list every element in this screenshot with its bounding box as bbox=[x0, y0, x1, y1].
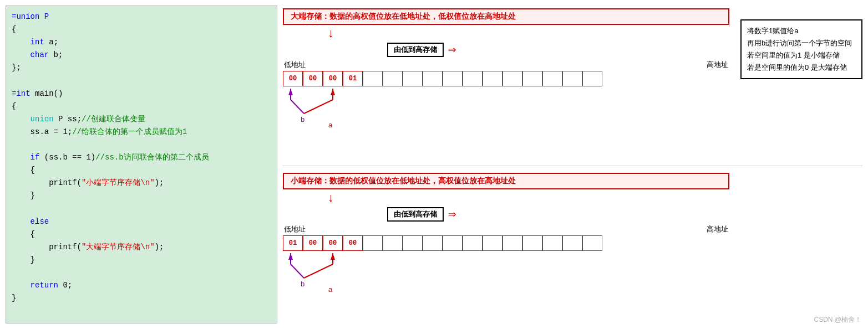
big-cell-11 bbox=[502, 71, 522, 86]
marker-1: =union P bbox=[12, 12, 49, 21]
code-line-8: { bbox=[12, 100, 271, 113]
small-cell-8 bbox=[443, 235, 463, 251]
small-cell-13 bbox=[542, 235, 562, 251]
note-box: 将数字1赋值给a 再用b进行访问第一个字节的空间 若空间里的值为1 是小端存储 … bbox=[740, 19, 862, 79]
small-endian-b-label: b bbox=[301, 280, 304, 288]
code-line-5: }; bbox=[12, 61, 271, 74]
big-cell-13 bbox=[542, 71, 562, 86]
small-cell-15 bbox=[582, 235, 602, 251]
svg-marker-4 bbox=[288, 89, 293, 95]
big-endian-direction-box: 由低到高存储 bbox=[387, 43, 444, 57]
big-endian-direction-area: 由低到高存储 ⇒ bbox=[283, 42, 729, 58]
code-line-3: int a; bbox=[12, 36, 271, 49]
big-cell-8 bbox=[443, 71, 463, 86]
big-endian-address-row: 低地址 高地址 bbox=[283, 60, 729, 70]
code-line-6 bbox=[12, 74, 271, 87]
code-line-9: union P ss;//创建联合体变量 bbox=[12, 113, 271, 126]
note-line-1: 将数字1赋值给a bbox=[747, 25, 856, 37]
big-cell-6 bbox=[403, 71, 423, 86]
code-line-4: char b; bbox=[12, 49, 271, 61]
big-cell-10 bbox=[483, 71, 502, 86]
note-line-3: 若空间里的值为1 是小端存储 bbox=[747, 49, 856, 61]
code-line-18: { bbox=[12, 228, 271, 241]
big-cell-5 bbox=[383, 71, 403, 86]
small-endian-address-row: 低地址 高地址 bbox=[283, 224, 729, 234]
small-cell-3: 00 bbox=[343, 235, 363, 251]
code-line-15: } bbox=[12, 189, 271, 202]
small-endian-pointer-area: b a bbox=[283, 253, 729, 292]
big-endian-a-label: a bbox=[328, 121, 332, 129]
code-line-10: ss.a = 1;//给联合体的第一个成员赋值为1 bbox=[12, 126, 271, 138]
code-line-21 bbox=[12, 266, 271, 279]
svg-marker-5 bbox=[331, 89, 335, 95]
watermark: CSDN @楠舍！ bbox=[814, 315, 861, 325]
big-cell-0: 00 bbox=[283, 71, 303, 86]
svg-line-7 bbox=[291, 264, 304, 278]
big-cell-15 bbox=[582, 71, 602, 86]
code-line-23: } bbox=[12, 292, 271, 305]
small-endian-memory-row: 01000000 bbox=[283, 235, 729, 251]
small-cell-14 bbox=[562, 235, 582, 251]
big-cell-12 bbox=[522, 71, 542, 86]
code-line-20: } bbox=[12, 254, 271, 266]
big-cell-7 bbox=[423, 71, 443, 86]
small-endian-down-arrow: ↓ bbox=[327, 193, 729, 205]
small-cell-6 bbox=[403, 235, 423, 251]
code-line-1: =union P bbox=[12, 11, 271, 23]
big-endian-memory-row: 00000001 bbox=[283, 71, 729, 86]
small-cell-4 bbox=[363, 235, 383, 251]
diagrams-panel: 将数字1赋值给a 再用b进行访问第一个字节的空间 若空间里的值为1 是小端存储 … bbox=[283, 6, 862, 323]
divider bbox=[283, 166, 862, 166]
big-endian-down-arrow: ↓ bbox=[327, 28, 729, 40]
small-cell-11 bbox=[502, 235, 522, 251]
code-line-2: { bbox=[12, 23, 271, 36]
main-container: =union P { int a; char b; }; =int main()… bbox=[0, 0, 868, 329]
small-endian-high-addr: 高地址 bbox=[707, 224, 728, 234]
big-cell-1: 00 bbox=[303, 71, 323, 86]
svg-line-1 bbox=[291, 100, 304, 114]
code-line-11 bbox=[12, 138, 271, 151]
big-cell-9 bbox=[463, 71, 483, 86]
big-endian-arrow-right: ⇒ bbox=[448, 42, 456, 58]
note-line-4: 若是空间里的值为0 是大端存储 bbox=[747, 61, 856, 74]
svg-marker-11 bbox=[331, 253, 335, 260]
big-cell-4 bbox=[363, 71, 383, 86]
small-cell-2: 00 bbox=[323, 235, 343, 251]
big-endian-low-addr: 低地址 bbox=[284, 60, 306, 70]
note-line-2: 再用b进行访问第一个字节的空间 bbox=[747, 37, 856, 49]
small-cell-12 bbox=[522, 235, 542, 251]
code-line-17: else bbox=[12, 215, 271, 228]
code-line-12: if (ss.b == 1)//ss.b访问联合体的第二个成员 bbox=[12, 151, 271, 164]
small-endian-section: 小端存储：数据的低权值位放在低地址处，高权值位放在高地址处 ↓ 由低到高存储 ⇒… bbox=[283, 173, 862, 323]
small-cell-1: 00 bbox=[303, 235, 323, 251]
code-line-13: { bbox=[12, 164, 271, 177]
small-endian-direction-box: 由低到高存储 bbox=[387, 207, 444, 222]
small-endian-a-label: a bbox=[328, 285, 332, 294]
code-panel: =union P { int a; char b; }; =int main()… bbox=[6, 6, 277, 323]
big-cell-3: 01 bbox=[343, 71, 363, 86]
small-endian-diagram: 小端存储：数据的低权值位放在低地址处，高权值位放在高地址处 ↓ 由低到高存储 ⇒… bbox=[283, 173, 729, 292]
small-cell-0: 01 bbox=[283, 235, 303, 251]
small-endian-direction-area: 由低到高存储 ⇒ bbox=[283, 206, 729, 222]
code-line-7: =int main() bbox=[12, 88, 271, 100]
small-endian-banner: 小端存储：数据的低权值位放在低地址处，高权值位放在高地址处 bbox=[283, 173, 729, 189]
code-line-16 bbox=[12, 202, 271, 215]
big-endian-arrows-svg bbox=[283, 89, 394, 127]
big-endian-banner: 大端存储：数据的高权值位放在低地址处，低权值位放在高地址处 bbox=[283, 8, 729, 25]
big-endian-pointer-area: b a bbox=[283, 89, 729, 127]
code-line-14: printf("小端字节序存储\n"); bbox=[12, 177, 271, 189]
small-cell-9 bbox=[463, 235, 483, 251]
small-cell-10 bbox=[483, 235, 502, 251]
big-cell-2: 00 bbox=[323, 71, 343, 86]
big-endian-diagram: 大端存储：数据的高权值位放在低地址处，低权值位放在高地址处 ↓ 由低到高存储 ⇒… bbox=[283, 8, 729, 127]
svg-line-3 bbox=[304, 100, 333, 114]
small-cell-5 bbox=[383, 235, 403, 251]
svg-marker-10 bbox=[288, 253, 293, 260]
big-endian-b-label: b bbox=[301, 115, 304, 124]
svg-line-9 bbox=[304, 264, 333, 278]
small-endian-arrows-svg bbox=[283, 253, 394, 292]
code-line-22: return 0; bbox=[12, 279, 271, 292]
small-endian-low-addr: 低地址 bbox=[284, 224, 306, 234]
big-endian-high-addr: 高地址 bbox=[707, 60, 728, 70]
code-line-19: printf("大端字节序存储\n"); bbox=[12, 241, 271, 254]
